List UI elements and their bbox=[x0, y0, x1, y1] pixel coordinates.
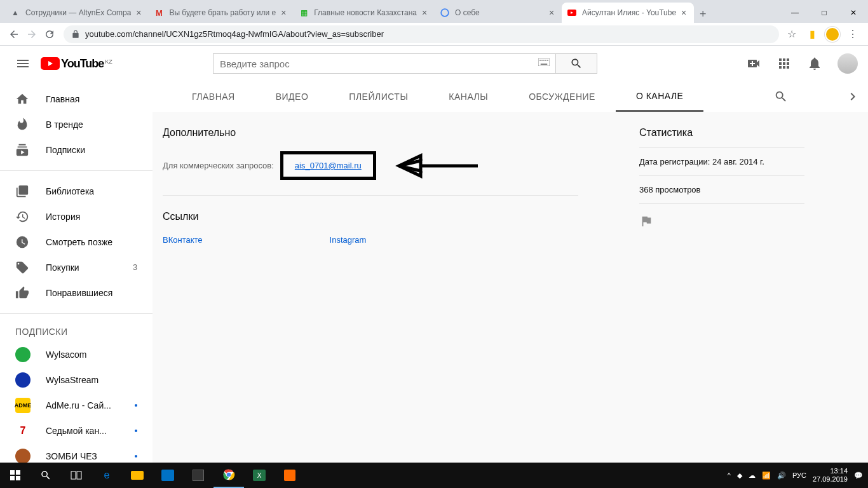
sidebar-purchases[interactable]: Покупки3 bbox=[0, 255, 153, 280]
sidebar: Главная В тренде Подписки Библиотека Ист… bbox=[0, 81, 153, 463]
tab-videos[interactable]: ВИДЕО bbox=[255, 81, 329, 112]
sidebar-sub-item[interactable]: ЗОМБИ ЧЕЗ bbox=[0, 444, 153, 463]
browser-tab-active[interactable]: Айсултан Илияс - YouTube × bbox=[562, 3, 694, 23]
svg-rect-11 bbox=[16, 476, 20, 480]
url-field[interactable]: youtube.com/channel/UCXN1gz5Rtmoq4ag-Nwf… bbox=[64, 25, 779, 43]
tab-discussion[interactable]: ОБСУЖДЕНИЕ bbox=[508, 81, 616, 112]
tray-volume-icon[interactable]: 🔊 bbox=[777, 471, 786, 480]
maximize-button[interactable]: □ bbox=[810, 3, 839, 23]
sidebar-home[interactable]: Главная bbox=[0, 86, 153, 112]
sidebar-trending[interactable]: В тренде bbox=[0, 112, 153, 137]
chrome-icon[interactable] bbox=[214, 463, 244, 488]
back-button[interactable] bbox=[5, 25, 23, 43]
close-icon[interactable]: × bbox=[133, 8, 144, 18]
sidebar-label: Главная bbox=[46, 94, 79, 104]
tab-playlists[interactable]: ПЛЕЙЛИСТЫ bbox=[329, 81, 428, 112]
calculator-icon[interactable] bbox=[183, 463, 214, 488]
reload-button[interactable] bbox=[41, 25, 58, 43]
sidebar-label: История bbox=[46, 212, 80, 222]
browser-tab[interactable]: M Вы будете брать работу или е × bbox=[149, 3, 294, 23]
arrow-annotation bbox=[395, 153, 478, 179]
link-instagram[interactable]: Instagram bbox=[330, 235, 367, 245]
svg-rect-6 bbox=[547, 60, 548, 61]
hamburger-menu[interactable] bbox=[10, 51, 36, 76]
close-window-button[interactable]: ✕ bbox=[839, 3, 868, 23]
channel-avatar bbox=[15, 372, 31, 388]
sidebar-section-title: ПОДПИСКИ bbox=[0, 322, 153, 342]
search-button[interactable] bbox=[556, 53, 597, 74]
search-taskbar[interactable] bbox=[31, 463, 61, 488]
close-icon[interactable]: × bbox=[419, 8, 430, 18]
section-links: Ссылки bbox=[163, 211, 578, 222]
create-video-icon[interactable] bbox=[746, 56, 761, 71]
tab-about[interactable]: О КАНАЛЕ bbox=[616, 81, 704, 112]
business-email-link[interactable]: ais_0701@mail.ru bbox=[295, 161, 362, 170]
tray-language[interactable]: РУС bbox=[792, 471, 806, 479]
favicon-youtube bbox=[567, 8, 577, 18]
close-icon[interactable]: × bbox=[278, 8, 288, 18]
tab-channels[interactable]: КАНАЛЫ bbox=[428, 81, 508, 112]
close-icon[interactable]: × bbox=[679, 8, 689, 18]
forward-button[interactable] bbox=[23, 25, 41, 43]
browser-tab[interactable]: О себе × bbox=[435, 3, 562, 23]
sidebar-history[interactable]: История bbox=[0, 204, 153, 229]
sidebar-watch-later[interactable]: Смотреть позже bbox=[0, 229, 153, 255]
sidebar-sub-item[interactable]: ADMEAdMe.ru - Сай... bbox=[0, 393, 153, 418]
sidebar-label: Понравившиеся bbox=[46, 288, 112, 298]
task-view[interactable] bbox=[61, 463, 92, 488]
search-container bbox=[213, 53, 597, 74]
channel-search-icon[interactable] bbox=[764, 90, 798, 104]
chevron-right-icon[interactable] bbox=[845, 89, 860, 104]
browser-tab[interactable]: ▦ Главные новости Казахстана × bbox=[294, 3, 435, 23]
sidebar-label: Wylsacom bbox=[46, 349, 86, 360]
keyboard-icon[interactable] bbox=[538, 58, 550, 66]
tray-clock[interactable]: 13:14 27.09.2019 bbox=[813, 467, 848, 484]
favicon-google bbox=[440, 8, 450, 18]
svg-rect-5 bbox=[545, 60, 546, 61]
sidebar-label: WylsaStream bbox=[46, 375, 98, 385]
app-icon[interactable] bbox=[275, 463, 305, 488]
explorer-icon[interactable] bbox=[122, 463, 153, 488]
edge-icon[interactable]: e bbox=[92, 463, 122, 488]
star-icon[interactable]: ☆ bbox=[784, 27, 799, 42]
tray-wifi-icon[interactable]: 📶 bbox=[762, 471, 771, 480]
search-input[interactable] bbox=[213, 53, 556, 74]
history-icon bbox=[15, 210, 31, 224]
link-vk[interactable]: ВКонтакте bbox=[163, 235, 203, 245]
tray-app-icon[interactable]: ◆ bbox=[737, 471, 742, 480]
tray-cloud-icon[interactable]: ☁ bbox=[749, 471, 756, 480]
report-flag-icon[interactable] bbox=[639, 214, 804, 228]
svg-rect-9 bbox=[16, 470, 20, 475]
youtube-logo[interactable]: YouTube KZ bbox=[41, 57, 112, 71]
menu-icon[interactable]: ⋮ bbox=[845, 27, 860, 42]
tab-title: Айсултан Илияс - YouTube bbox=[582, 8, 676, 17]
favicon-gmail: M bbox=[154, 8, 164, 18]
sidebar-sub-item[interactable]: WylsaStream bbox=[0, 367, 153, 393]
channel-avatar bbox=[15, 449, 31, 463]
sidebar-sub-item[interactable]: Wylsacom bbox=[0, 342, 153, 367]
minimize-button[interactable]: ― bbox=[780, 3, 810, 23]
tab-title: Главные новости Казахстана bbox=[314, 8, 417, 17]
new-tab-button[interactable]: + bbox=[694, 5, 712, 23]
action-center-icon[interactable]: 💬 bbox=[854, 471, 863, 480]
outlook-icon[interactable] bbox=[153, 463, 183, 488]
tab-home[interactable]: ГЛАВНАЯ bbox=[172, 81, 255, 112]
extension-icon[interactable]: ▮ bbox=[804, 27, 820, 42]
excel-icon[interactable]: X bbox=[244, 463, 275, 488]
sidebar-label: Седьмой кан... bbox=[46, 426, 107, 436]
email-annotation-box: ais_0701@mail.ru bbox=[280, 151, 376, 180]
sidebar-liked[interactable]: Понравившиеся bbox=[0, 280, 153, 306]
browser-tab[interactable]: ▲ Сотрудники — AltynEx Compa × bbox=[5, 3, 149, 23]
tray-chevron-icon[interactable]: ^ bbox=[728, 471, 731, 479]
notifications-icon[interactable] bbox=[807, 56, 822, 71]
apps-icon[interactable] bbox=[776, 56, 792, 71]
start-button[interactable] bbox=[0, 463, 31, 488]
user-avatar[interactable] bbox=[837, 53, 858, 74]
favicon-news: ▦ bbox=[299, 8, 309, 18]
close-icon[interactable]: × bbox=[546, 8, 557, 18]
sidebar-sub-item[interactable]: 7Седьмой кан... bbox=[0, 418, 153, 444]
badge-count: 3 bbox=[133, 263, 137, 272]
sidebar-library[interactable]: Библиотека bbox=[0, 179, 153, 204]
profile-avatar[interactable] bbox=[825, 27, 840, 42]
sidebar-subscriptions[interactable]: Подписки bbox=[0, 137, 153, 163]
